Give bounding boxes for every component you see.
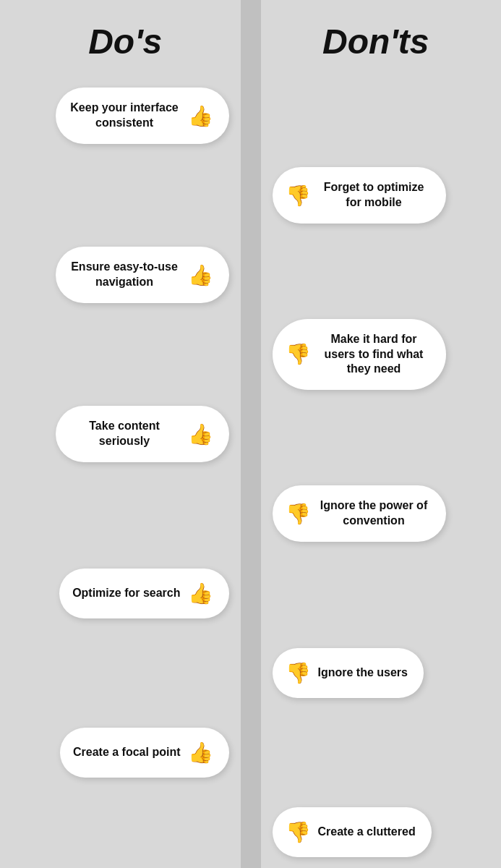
right-slot-8: 👎 Ignore the users	[251, 648, 502, 698]
left-slot-7: Optimize for search 👍	[0, 569, 251, 618]
row-10: 👎 Create a cluttered	[0, 792, 501, 868]
row-7: Optimize for search 👍	[0, 553, 501, 633]
thumbs-up-icon-4: 👍	[188, 582, 213, 605]
column-headers: Do's Don'ts	[0, 0, 501, 76]
dont-text-hard-to-find: Make it hard for users to find what they…	[318, 332, 430, 377]
thumbs-up-icon-2: 👍	[188, 263, 213, 287]
dont-card-hard-to-find: 👎 Make it hard for users to find what th…	[273, 319, 446, 390]
dont-card-cluttered: 👎 Create a cluttered	[273, 807, 432, 857]
right-slot-6: 👎 Ignore the power of convention	[251, 485, 502, 542]
left-slot-5: Take content seriously 👍	[0, 406, 251, 462]
left-slot-1: Keep your interface consistent 👍	[0, 88, 251, 144]
right-slot-10: 👎 Create a cluttered	[251, 807, 502, 857]
do-card-focal-point: Create a focal point 👍	[60, 728, 228, 778]
right-slot-4: 👎 Make it hard for users to find what th…	[251, 319, 502, 390]
row-1: Keep your interface consistent 👍	[0, 76, 501, 156]
row-9: Create a focal point 👍	[0, 712, 501, 792]
dont-card-forget-mobile: 👎 Forget to optimize for mobile	[273, 167, 446, 224]
thumbs-down-icon-3: 👎	[286, 502, 311, 526]
dos-header: Do's	[0, 22, 251, 61]
right-slot-2: 👎 Forget to optimize for mobile	[251, 167, 502, 224]
row-6: 👎 Ignore the power of convention	[0, 474, 501, 553]
thumbs-down-icon-2: 👎	[286, 342, 311, 366]
thumbs-up-icon-3: 👍	[188, 422, 213, 446]
do-card-easy-navigation: Ensure easy-to-use navigation 👍	[56, 247, 229, 303]
left-slot-3: Ensure easy-to-use navigation 👍	[0, 247, 251, 303]
left-slot-9: Create a focal point 👍	[0, 728, 251, 778]
donts-header: Don'ts	[251, 22, 502, 61]
thumbs-down-icon-1: 👎	[286, 184, 311, 208]
do-text-easy-navigation: Ensure easy-to-use navigation	[69, 260, 181, 290]
content-rows: Keep your interface consistent 👍 👎 Forge…	[0, 76, 501, 868]
do-text-focal-point: Create a focal point	[73, 745, 180, 760]
do-text-keep-interface: Keep your interface consistent	[69, 101, 181, 131]
do-card-keep-interface: Keep your interface consistent 👍	[56, 88, 229, 144]
dont-text-ignore-users: Ignore the users	[318, 665, 408, 681]
row-3: Ensure easy-to-use navigation 👍	[0, 235, 501, 315]
dont-card-ignore-users: 👎 Ignore the users	[273, 648, 424, 698]
do-card-optimize-search: Optimize for search 👍	[59, 569, 228, 618]
row-5: Take content seriously 👍	[0, 394, 501, 474]
thumbs-up-icon-1: 👍	[188, 104, 213, 128]
do-text-content-seriously: Take content seriously	[69, 419, 181, 449]
row-8: 👎 Ignore the users	[0, 633, 501, 712]
thumbs-up-icon-5: 👍	[188, 741, 213, 765]
row-4: 👎 Make it hard for users to find what th…	[0, 315, 501, 394]
dont-text-forget-mobile: Forget to optimize for mobile	[318, 180, 430, 210]
row-2: 👎 Forget to optimize for mobile	[0, 156, 501, 235]
thumbs-down-icon-4: 👎	[286, 661, 311, 685]
thumbs-down-icon-5: 👎	[286, 820, 311, 844]
dont-text-cluttered: Create a cluttered	[318, 825, 416, 840]
dont-text-ignore-convention: Ignore the power of convention	[318, 498, 430, 529]
do-text-optimize-search: Optimize for search	[72, 586, 180, 601]
do-card-content-seriously: Take content seriously 👍	[56, 406, 229, 462]
dont-card-ignore-convention: 👎 Ignore the power of convention	[273, 485, 446, 542]
